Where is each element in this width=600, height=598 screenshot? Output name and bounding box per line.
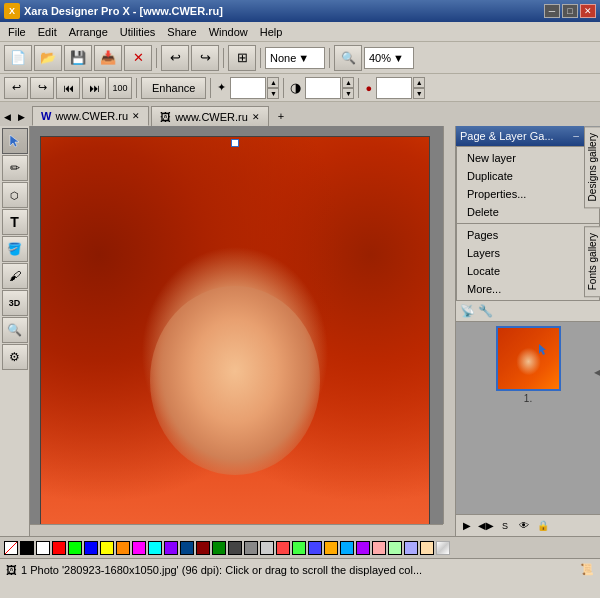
- fill-tool[interactable]: 🪣: [2, 236, 28, 262]
- vertical-scrollbar[interactable]: [443, 126, 455, 524]
- page-thumbnail[interactable]: [496, 326, 561, 391]
- rotation-up[interactable]: ▲: [267, 77, 279, 88]
- delete-item[interactable]: Delete: [457, 203, 599, 221]
- color-swatch-o[interactable]: [116, 541, 130, 555]
- layers-item[interactable]: Layers: [457, 244, 599, 262]
- color-swatch-darkred[interactable]: [196, 541, 210, 555]
- horizontal-scrollbar[interactable]: [30, 524, 443, 536]
- new-button[interactable]: 📄: [4, 45, 32, 71]
- panel-collapse-button[interactable]: ─: [570, 130, 582, 142]
- saturation-up[interactable]: ▲: [413, 77, 425, 88]
- menu-arrange[interactable]: Arrange: [63, 24, 114, 40]
- tab-1[interactable]: 🖼 www.CWER.ru ✕: [151, 106, 269, 126]
- save-button[interactable]: 💾: [64, 45, 92, 71]
- menu-utilities[interactable]: Utilities: [114, 24, 161, 40]
- pen-tool[interactable]: ✏: [2, 155, 28, 181]
- tab-nav-next[interactable]: ▶: [18, 112, 32, 126]
- color-swatch-b1[interactable]: [84, 541, 98, 555]
- menu-help[interactable]: Help: [254, 24, 289, 40]
- color-swatch-amber[interactable]: [324, 541, 338, 555]
- color-swatch-m[interactable]: [132, 541, 146, 555]
- color-swatch-c[interactable]: [148, 541, 162, 555]
- color-swatch-y[interactable]: [100, 541, 114, 555]
- menu-edit[interactable]: Edit: [32, 24, 63, 40]
- pt-eye-button[interactable]: 👁: [515, 517, 533, 535]
- prev-page-button[interactable]: ◀: [594, 365, 600, 379]
- color-swatch-sky[interactable]: [340, 541, 354, 555]
- color-swatch-darkgreen[interactable]: [212, 541, 226, 555]
- tab-1-close[interactable]: ✕: [252, 112, 260, 122]
- color-swatch-lt1[interactable]: [260, 541, 274, 555]
- tab-0[interactable]: W www.CWER.ru ✕: [32, 106, 149, 126]
- undo-button[interactable]: ↩: [161, 45, 189, 71]
- view-button[interactable]: ⊞: [228, 45, 256, 71]
- selection-handle[interactable]: [231, 139, 239, 147]
- color-transparent-swatch[interactable]: [4, 541, 18, 555]
- tab-add-button[interactable]: +: [271, 106, 291, 126]
- rotation-input[interactable]: 0: [230, 77, 266, 99]
- status-scroll-button[interactable]: 📜: [580, 563, 594, 576]
- color-swatch-dk1[interactable]: [228, 541, 242, 555]
- color-swatch-r1[interactable]: [52, 541, 66, 555]
- pt-lock-button[interactable]: 🔒: [534, 517, 552, 535]
- pt-sync-button[interactable]: S: [496, 517, 514, 535]
- more-item[interactable]: More...: [457, 280, 599, 298]
- close-button[interactable]: ✕: [580, 4, 596, 18]
- menu-file[interactable]: File: [2, 24, 32, 40]
- color-swatch-lr[interactable]: [276, 541, 290, 555]
- back-button[interactable]: ↩: [4, 77, 28, 99]
- import-button[interactable]: 📥: [94, 45, 122, 71]
- color-swatch-periwinkle[interactable]: [404, 541, 418, 555]
- properties-item[interactable]: Properties...: [457, 185, 599, 203]
- color-swatch-p[interactable]: [164, 541, 178, 555]
- tab-nav-prev[interactable]: ◀: [4, 112, 18, 126]
- brightness-up[interactable]: ▲: [342, 77, 354, 88]
- rotation-spinbox[interactable]: 0 ▲ ▼: [230, 77, 279, 99]
- brightness-input[interactable]: 0: [305, 77, 341, 99]
- menu-share[interactable]: Share: [161, 24, 202, 40]
- color-swatch-lb[interactable]: [308, 541, 322, 555]
- first-button[interactable]: ⏮: [56, 77, 80, 99]
- brush-tool[interactable]: 🖌: [2, 263, 28, 289]
- minimize-button[interactable]: ─: [544, 4, 560, 18]
- canvas-area[interactable]: [30, 126, 455, 536]
- color-swatch-peach[interactable]: [420, 541, 434, 555]
- color-swatch-mint[interactable]: [388, 541, 402, 555]
- fonts-gallery-tab[interactable]: Fonts gallery: [584, 226, 600, 297]
- forward-button[interactable]: ↪: [30, 77, 54, 99]
- redo-button[interactable]: ↪: [191, 45, 219, 71]
- color-swatch-black[interactable]: [20, 541, 34, 555]
- panel-icon-2[interactable]: 🔧: [478, 304, 493, 318]
- locate-item[interactable]: Locate: [457, 262, 599, 280]
- color-swatch-white[interactable]: [36, 541, 50, 555]
- tab-0-close[interactable]: ✕: [132, 111, 140, 121]
- maximize-button[interactable]: □: [562, 4, 578, 18]
- selector-tool[interactable]: [2, 128, 28, 154]
- panel-icon-1[interactable]: 📡: [460, 304, 475, 318]
- 3d-tool[interactable]: 3D: [2, 290, 28, 316]
- color-swatch-pk[interactable]: [372, 541, 386, 555]
- open-button[interactable]: 📂: [34, 45, 62, 71]
- color-swatch-g1[interactable]: [68, 541, 82, 555]
- quality-dropdown[interactable]: None▼: [265, 47, 325, 69]
- color-swatch-diamond[interactable]: [436, 541, 450, 555]
- color-swatch-navy[interactable]: [180, 541, 194, 555]
- brightness-spinbox[interactable]: 0 ▲ ▼: [305, 77, 354, 99]
- pt-play-button[interactable]: ▶: [458, 517, 476, 535]
- brightness-down[interactable]: ▼: [342, 88, 354, 99]
- color-swatch-dk2[interactable]: [244, 541, 258, 555]
- last-button[interactable]: ⏭: [82, 77, 106, 99]
- color-swatch-lg[interactable]: [292, 541, 306, 555]
- duplicate-item[interactable]: Duplicate: [457, 167, 599, 185]
- zoom100-button[interactable]: 100: [108, 77, 132, 99]
- saturation-spinbox[interactable]: 0 ▲ ▼: [376, 77, 425, 99]
- delete-button[interactable]: ✕: [124, 45, 152, 71]
- new-layer-item[interactable]: New layer: [457, 149, 599, 167]
- pages-item[interactable]: Pages: [457, 226, 599, 244]
- rotation-down[interactable]: ▼: [267, 88, 279, 99]
- saturation-input[interactable]: 0: [376, 77, 412, 99]
- menu-window[interactable]: Window: [203, 24, 254, 40]
- zoom-tool[interactable]: 🔍: [2, 317, 28, 343]
- saturation-down[interactable]: ▼: [413, 88, 425, 99]
- pt-prev-button[interactable]: ◀▶: [477, 517, 495, 535]
